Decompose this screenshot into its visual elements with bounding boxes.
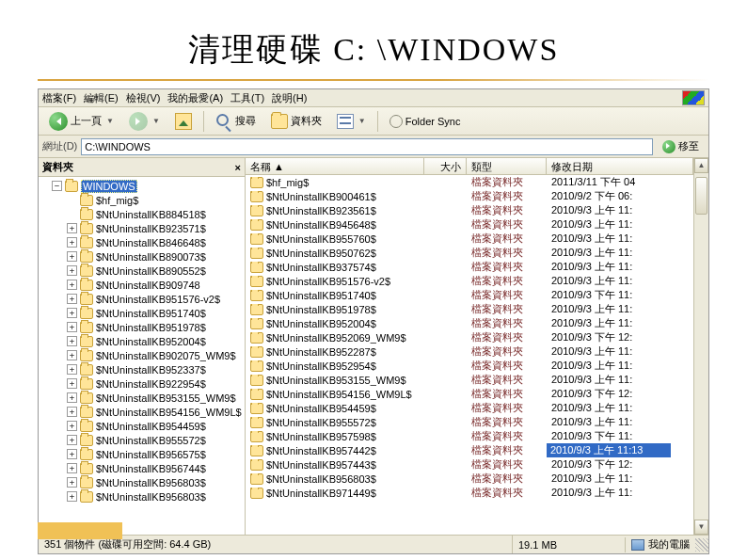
col-date[interactable]: 修改日期 [547, 158, 693, 174]
expand-icon[interactable]: + [67, 364, 77, 375]
tree-item[interactable]: +$NtUninstallKB909748 [39, 278, 245, 292]
folder-tree[interactable]: −WINDOWS$hf_mig$$NtUninstallKB884518$+$N… [39, 177, 245, 535]
file-row[interactable]: $NtUninstallKB955572$檔案資料夾2010/9/3 上午 11… [246, 415, 693, 429]
tree-item[interactable]: +$NtUninstallKB954459$ [39, 419, 245, 433]
scrollbar-vertical[interactable]: ▲ ▼ [693, 158, 708, 535]
folder-icon [80, 336, 93, 347]
tree-item-label: $NtUninstallKB956803$ [96, 477, 206, 488]
expand-icon[interactable]: + [67, 251, 77, 262]
menu-view[interactable]: 檢視(V) [126, 91, 161, 105]
tree-item[interactable]: +$NtUninstallKB951576-v2$ [39, 292, 245, 306]
tree-root[interactable]: −WINDOWS [39, 179, 245, 193]
file-row[interactable]: $NtUninstallKB952004$檔案資料夾2010/9/3 上午 11… [246, 316, 693, 330]
folder-icon [80, 237, 93, 248]
expand-icon[interactable]: + [67, 336, 77, 346]
file-row[interactable]: $NtUninstallKB953155_WM9$檔案資料夾2010/9/3 上… [246, 373, 693, 387]
expand-icon[interactable]: + [67, 463, 77, 473]
tree-item[interactable]: +$NtUninstallKB951978$ [39, 320, 245, 334]
collapse-icon[interactable]: − [52, 181, 62, 191]
expand-icon[interactable]: + [67, 449, 77, 459]
scroll-down-icon[interactable]: ▼ [694, 520, 708, 535]
expand-icon[interactable]: + [67, 322, 77, 332]
tree-item[interactable]: +$NtUninstallKB951740$ [39, 306, 245, 320]
expand-icon[interactable]: + [67, 407, 77, 417]
file-type: 檔案資料夾 [467, 260, 547, 274]
menu-favorites[interactable]: 我的最愛(A) [167, 91, 223, 105]
tree-item[interactable]: +$NtUninstallKB955572$ [39, 433, 245, 447]
menu-tools[interactable]: 工具(T) [230, 91, 264, 105]
expand-icon[interactable]: + [67, 421, 77, 431]
up-button[interactable] [168, 110, 199, 133]
menu-file[interactable]: 檔案(F) [42, 91, 76, 105]
forward-button[interactable]: ▼ [122, 110, 167, 133]
expand-icon[interactable]: + [67, 378, 77, 389]
tree-item[interactable]: +$NtUninstallKB956803$ [39, 489, 245, 504]
file-row[interactable]: $NtUninstallKB971449$檔案資料夾2010/9/3 上午 11… [246, 486, 693, 500]
file-row[interactable]: $NtUninstallKB954156_WM9L$檔案資料夾2010/9/3 … [246, 387, 693, 401]
expand-icon[interactable]: + [67, 435, 77, 445]
file-row[interactable]: $NtUninstallKB900461$檔案資料夾2010/9/2 下午 06… [246, 189, 693, 203]
file-row[interactable]: $NtUninstallKB951576-v2$檔案資料夾2010/9/3 上午… [246, 274, 693, 288]
search-button[interactable]: 搜尋 [209, 110, 262, 133]
file-row[interactable]: $NtUninstallKB937574$檔案資料夾2010/9/3 上午 11… [246, 260, 693, 274]
tree-item[interactable]: +$NtUninstallKB954156_WM9L$ [39, 405, 245, 419]
file-row[interactable]: $NtUninstallKB951978$檔案資料夾2010/9/3 上午 11… [246, 302, 693, 316]
expand-icon[interactable]: + [67, 491, 77, 502]
file-row[interactable]: $NtUninstallKB957443$檔案資料夾2010/9/3 下午 12… [246, 457, 693, 472]
tree-item[interactable]: +$NtUninstallKB956575$ [39, 447, 245, 461]
expand-icon[interactable]: + [67, 392, 77, 403]
folder-sync-button[interactable]: Folder Sync [383, 110, 468, 133]
col-name[interactable]: 名稱 ▲ [246, 158, 424, 174]
go-button[interactable]: 移至 [657, 138, 705, 154]
col-type[interactable]: 類型 [467, 158, 547, 174]
tree-item[interactable]: $hf_mig$ [39, 193, 245, 207]
file-row[interactable]: $NtUninstallKB945648$檔案資料夾2010/9/3 上午 11… [246, 217, 693, 232]
resize-grip[interactable] [695, 538, 708, 552]
file-row[interactable]: $NtUninstallKB950762$檔案資料夾2010/9/3 上午 11… [246, 246, 693, 260]
expand-icon[interactable]: + [67, 294, 77, 304]
file-row[interactable]: $NtUninstallKB956803$檔案資料夾2010/9/3 上午 11… [246, 472, 693, 486]
tree-item[interactable]: +$NtUninstallKB890073$ [39, 249, 245, 264]
menu-bar: 檔案(F) 編輯(E) 檢視(V) 我的最愛(A) 工具(T) 說明(H) [39, 89, 708, 107]
file-row[interactable]: $NtUninstallKB955760$檔案資料夾2010/9/3 上午 11… [246, 232, 693, 246]
folders-button[interactable]: 資料夾 [264, 110, 328, 133]
expand-icon[interactable]: + [67, 350, 77, 360]
tree-item[interactable]: +$NtUninstallKB890552$ [39, 264, 245, 278]
back-button[interactable]: 上一頁 ▼ [42, 110, 120, 133]
file-row[interactable]: $NtUninstallKB952954$檔案資料夾2010/9/3 上午 11… [246, 359, 693, 373]
tree-item[interactable]: +$NtUninstallKB922954$ [39, 376, 245, 391]
tree-item[interactable]: +$NtUninstallKB956744$ [39, 461, 245, 475]
scroll-up-icon[interactable]: ▲ [694, 158, 708, 173]
expand-icon[interactable]: + [67, 477, 77, 488]
file-row[interactable]: $NtUninstallKB952069_WM9$檔案資料夾2010/9/3 下… [246, 330, 693, 344]
tree-item[interactable]: +$NtUninstallKB902075_WM9$ [39, 348, 245, 362]
file-row[interactable]: $NtUninstallKB951740$檔案資料夾2010/9/3 下午 11… [246, 288, 693, 302]
file-row[interactable]: $NtUninstallKB957598$檔案資料夾2010/9/3 下午 11… [246, 429, 693, 443]
views-button[interactable]: ▼ [330, 110, 373, 133]
file-row[interactable]: $NtUninstallKB952287$檔案資料夾2010/9/3 上午 11… [246, 344, 693, 359]
expand-icon[interactable]: + [67, 280, 77, 290]
scroll-thumb[interactable] [695, 177, 707, 215]
tree-item[interactable]: +$NtUninstallKB956803$ [39, 475, 245, 489]
file-list[interactable]: $hf_mig$檔案資料夾2011/3/11 下午 04$NtUninstall… [246, 175, 693, 535]
expand-icon[interactable]: + [67, 237, 77, 248]
file-row[interactable]: $NtUninstallKB923561$檔案資料夾2010/9/3 上午 11… [246, 203, 693, 217]
tree-item[interactable]: +$NtUninstallKB923571$ [39, 221, 245, 235]
forward-icon [129, 112, 148, 131]
expand-icon[interactable]: + [67, 223, 77, 233]
menu-help[interactable]: 說明(H) [272, 91, 307, 105]
file-row[interactable]: $NtUninstallKB954459$檔案資料夾2010/9/3 上午 11… [246, 401, 693, 415]
tree-item[interactable]: $NtUninstallKB884518$ [39, 207, 245, 221]
expand-icon[interactable]: + [67, 308, 77, 318]
file-row[interactable]: $hf_mig$檔案資料夾2011/3/11 下午 04 [246, 175, 693, 189]
address-input[interactable] [81, 138, 653, 155]
tree-item[interactable]: +$NtUninstallKB952004$ [39, 334, 245, 348]
menu-edit[interactable]: 編輯(E) [84, 91, 119, 105]
close-pane-button[interactable]: × [235, 162, 241, 173]
file-row[interactable]: $NtUninstallKB957442$檔案資料夾2010/9/3 上午 11… [246, 443, 693, 457]
expand-icon[interactable]: + [67, 265, 77, 276]
tree-item[interactable]: +$NtUninstallKB846648$ [39, 235, 245, 249]
tree-item[interactable]: +$NtUninstallKB953155_WM9$ [39, 391, 245, 405]
tree-item[interactable]: +$NtUninstallKB952337$ [39, 362, 245, 376]
col-size[interactable]: 大小 [424, 158, 467, 174]
